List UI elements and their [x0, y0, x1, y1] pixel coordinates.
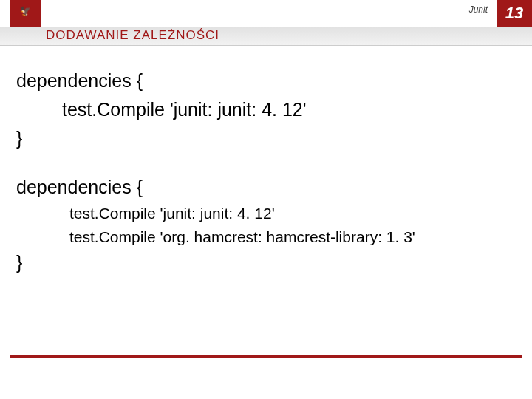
topic-label: Junit [469, 4, 488, 15]
code-block-1: dependencies { test.Compile 'junit: juni… [16, 66, 517, 152]
eagle-icon: 🦅 [20, 6, 31, 16]
code-line: dependencies { [16, 66, 517, 95]
code-line: dependencies { [16, 173, 517, 202]
page-number: 13 [497, 0, 532, 27]
footer-divider [10, 355, 522, 358]
code-line: } [16, 124, 517, 153]
slide-header: 🦅 P Ł Junit 13 DODAWANIE ZALEŻNOŚCI [0, 0, 532, 44]
code-line: test.Compile 'junit: junit: 4. 12' [16, 95, 517, 124]
code-line: } [16, 248, 517, 277]
section-title: DODAWANIE ZALEŻNOŚCI [46, 28, 219, 43]
code-line: test.Compile 'junit: junit: 4. 12' [16, 202, 517, 225]
code-line: test.Compile 'org. hamcrest: hamcrest-li… [16, 225, 517, 249]
slide-content: dependencies { test.Compile 'junit: juni… [16, 66, 517, 298]
code-block-2: dependencies { test.Compile 'junit: juni… [16, 173, 517, 277]
